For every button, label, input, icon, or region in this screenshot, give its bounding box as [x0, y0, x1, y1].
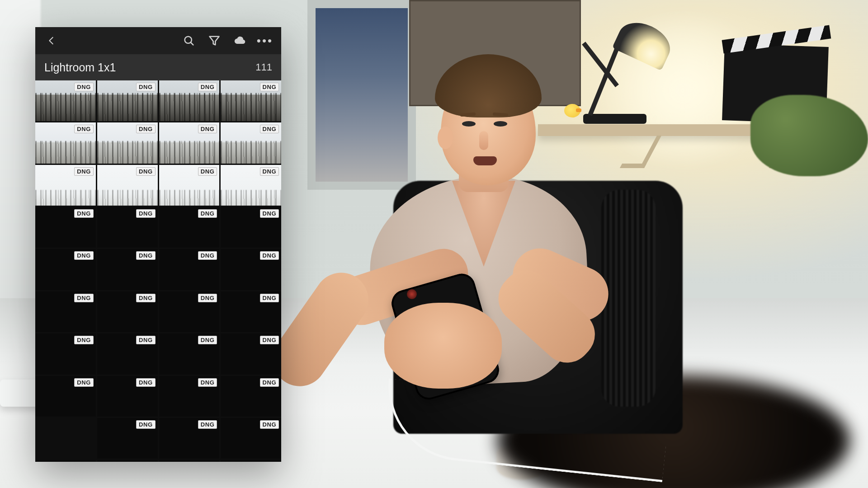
- photo-thumbnail[interactable]: DNG: [35, 207, 96, 248]
- photo-thumbnail[interactable]: DNG: [97, 207, 158, 248]
- photo-thumbnail[interactable]: DNG: [221, 291, 281, 332]
- file-format-badge: DNG: [74, 125, 93, 133]
- photo-thumbnail[interactable]: DNG: [97, 80, 158, 121]
- eye: [462, 121, 476, 127]
- filter-button[interactable]: [203, 30, 225, 52]
- file-format-badge: DNG: [136, 294, 155, 302]
- photo-thumbnail[interactable]: DNG: [35, 376, 96, 417]
- file-format-badge: DNG: [74, 378, 93, 387]
- svg-marker-2: [210, 37, 219, 45]
- file-format-badge: DNG: [136, 167, 155, 176]
- empty-grid-slot: [35, 418, 96, 459]
- more-options-button[interactable]: •••: [254, 30, 276, 52]
- photo-thumbnail[interactable]: DNG: [35, 165, 96, 206]
- photo-thumbnail[interactable]: DNG: [221, 376, 281, 417]
- photo-thumbnail[interactable]: DNG: [221, 80, 281, 121]
- photo-thumbnail[interactable]: DNG: [35, 460, 96, 462]
- file-format-badge: DNG: [260, 378, 279, 387]
- funnel-icon: [208, 34, 221, 47]
- photo-thumbnail[interactable]: DNG: [159, 333, 220, 374]
- file-format-badge: DNG: [260, 83, 279, 91]
- file-format-badge: DNG: [198, 209, 217, 218]
- search-icon: [183, 34, 195, 47]
- file-format-badge: DNG: [198, 294, 217, 302]
- photo-thumbnail[interactable]: DNG: [97, 249, 158, 290]
- photo-thumbnail[interactable]: DNG: [97, 122, 158, 163]
- photo-thumbnail[interactable]: DNG: [159, 122, 220, 163]
- file-format-badge: DNG: [136, 336, 155, 344]
- back-button[interactable]: [41, 30, 62, 52]
- photo-thumbnail[interactable]: DNG: [97, 165, 158, 206]
- photo-thumbnail[interactable]: DNG: [221, 122, 281, 163]
- photo-thumbnail[interactable]: DNG: [97, 376, 158, 417]
- photo-thumbnail[interactable]: DNG: [97, 333, 158, 374]
- search-button[interactable]: [178, 30, 200, 52]
- file-format-badge: DNG: [260, 336, 279, 344]
- file-format-badge: DNG: [136, 125, 155, 133]
- mouth: [473, 156, 497, 165]
- hands: [384, 303, 502, 389]
- chevron-left-icon: [47, 36, 57, 46]
- photo-thumbnail[interactable]: DNG: [35, 249, 96, 290]
- file-format-badge: DNG: [198, 83, 217, 91]
- photo-thumbnail[interactable]: DNG: [97, 418, 158, 459]
- file-format-badge: DNG: [136, 378, 155, 387]
- photo-thumbnail[interactable]: DNG: [159, 460, 220, 462]
- photo-grid[interactable]: DNGDNGDNGDNGDNGDNGDNGDNGDNGDNGDNGDNGDNGD…: [35, 80, 281, 462]
- photo-thumbnail[interactable]: DNG: [35, 291, 96, 332]
- file-format-badge: DNG: [74, 336, 93, 344]
- file-format-badge: DNG: [198, 420, 217, 429]
- file-format-badge: DNG: [136, 251, 155, 260]
- lightroom-app: ••• Lightroom 1x1 111 DNGDNGDNGDNGDNGDNG…: [35, 27, 281, 462]
- photo-thumbnail[interactable]: DNG: [159, 291, 220, 332]
- file-format-badge: DNG: [198, 251, 217, 260]
- file-format-badge: DNG: [198, 167, 217, 176]
- ear: [438, 127, 453, 149]
- photo-count: 111: [255, 61, 272, 73]
- photo-thumbnail[interactable]: DNG: [159, 80, 220, 121]
- photo-thumbnail[interactable]: DNG: [159, 249, 220, 290]
- photo-thumbnail[interactable]: DNG: [221, 418, 281, 459]
- photo-thumbnail[interactable]: DNG: [221, 460, 281, 462]
- cloud-icon: [233, 34, 246, 47]
- photo-thumbnail[interactable]: DNG: [97, 291, 158, 332]
- photo-thumbnail[interactable]: DNG: [221, 333, 281, 374]
- photo-thumbnail[interactable]: DNG: [221, 165, 281, 206]
- file-format-badge: DNG: [74, 167, 93, 176]
- file-format-badge: DNG: [198, 125, 217, 133]
- file-format-badge: DNG: [136, 83, 155, 91]
- person-holding-phone: [316, 68, 633, 438]
- file-format-badge: DNG: [74, 209, 93, 218]
- photo-thumbnail[interactable]: DNG: [159, 207, 220, 248]
- file-format-badge: DNG: [260, 251, 279, 260]
- photo-thumbnail[interactable]: DNG: [97, 460, 158, 462]
- file-format-badge: DNG: [74, 83, 93, 91]
- svg-line-1: [191, 42, 193, 45]
- eye: [494, 121, 507, 127]
- app-toolbar: •••: [35, 27, 281, 54]
- file-format-badge: DNG: [136, 420, 155, 429]
- photo-thumbnail[interactable]: DNG: [35, 80, 96, 121]
- album-title: Lightroom 1x1: [44, 61, 116, 74]
- file-format-badge: DNG: [198, 378, 217, 387]
- ellipsis-icon: •••: [257, 35, 273, 47]
- photo-thumbnail[interactable]: DNG: [159, 376, 220, 417]
- file-format-badge: DNG: [260, 167, 279, 176]
- album-header[interactable]: Lightroom 1x1 111: [35, 54, 281, 80]
- photo-thumbnail[interactable]: DNG: [221, 207, 281, 248]
- photo-thumbnail[interactable]: DNG: [159, 418, 220, 459]
- file-format-badge: DNG: [260, 125, 279, 133]
- file-format-badge: DNG: [260, 420, 279, 429]
- file-format-badge: DNG: [74, 251, 93, 260]
- file-format-badge: DNG: [136, 209, 155, 218]
- photo-thumbnail[interactable]: DNG: [159, 165, 220, 206]
- photo-thumbnail[interactable]: DNG: [35, 122, 96, 163]
- photo-thumbnail[interactable]: DNG: [221, 249, 281, 290]
- phone-screen-overlay: ••• Lightroom 1x1 111 DNGDNGDNGDNGDNGDNG…: [35, 27, 281, 462]
- photo-thumbnail[interactable]: DNG: [35, 333, 96, 374]
- nose: [479, 131, 488, 150]
- cloud-sync-button[interactable]: [229, 30, 250, 52]
- file-format-badge: DNG: [198, 336, 217, 344]
- file-format-badge: DNG: [260, 209, 279, 218]
- file-format-badge: DNG: [74, 294, 93, 302]
